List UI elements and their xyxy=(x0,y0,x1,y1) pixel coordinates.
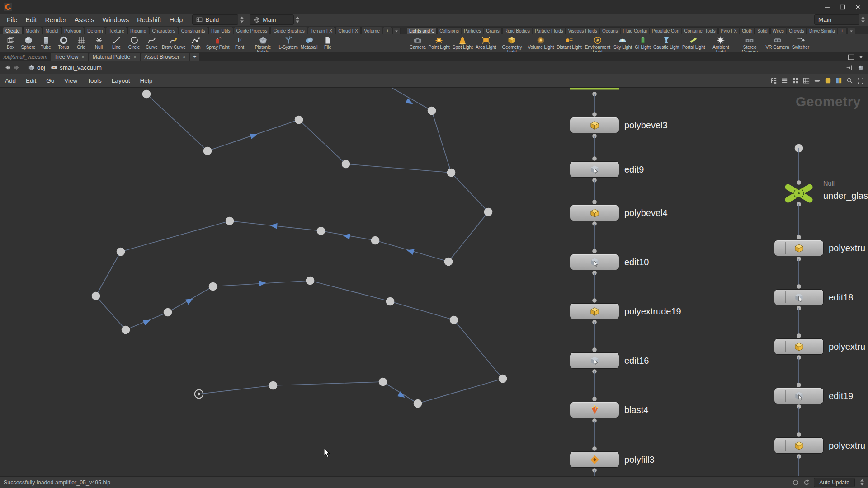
shelf-add-tab-button[interactable]: + xyxy=(838,27,847,34)
shelf-tool-line[interactable]: Line xyxy=(108,35,125,50)
table-view-icon[interactable] xyxy=(802,77,810,84)
shelf-tab-deform[interactable]: Deform xyxy=(85,27,105,34)
recook-button[interactable] xyxy=(803,479,810,486)
shelf-tool-sky-light[interactable]: Sky Light xyxy=(612,35,633,50)
close-button[interactable] xyxy=(851,1,864,12)
pane-menu-icon[interactable] xyxy=(858,54,864,61)
node-connector-dot[interactable] xyxy=(592,200,597,204)
pane-tab-tree-view[interactable]: Tree View× xyxy=(51,53,88,61)
shelf-tool-sphere[interactable]: Sphere xyxy=(19,35,37,50)
shelf-tool-volume-light[interactable]: Volume Light xyxy=(526,35,555,50)
shelf-tool-switcher[interactable]: Switcher xyxy=(791,35,811,50)
link-pane-icon[interactable] xyxy=(857,64,864,71)
shelf-tab-modify[interactable]: Modify xyxy=(23,27,42,34)
shelf-tab-texture[interactable]: Texture xyxy=(106,27,127,34)
auto-update-selector[interactable]: Auto Update xyxy=(814,478,855,487)
shelf-tool-camera[interactable]: Camera xyxy=(408,35,427,50)
node-connector-dot[interactable] xyxy=(592,347,597,352)
network-dot[interactable] xyxy=(371,236,380,245)
menu-render[interactable]: Render xyxy=(41,16,71,23)
network-dot[interactable] xyxy=(269,381,278,390)
network-dot[interactable] xyxy=(92,292,100,300)
network-dot[interactable] xyxy=(499,375,507,383)
shelf-tab-particle-fluids[interactable]: Particle Fluids xyxy=(533,27,566,34)
split-pane-icon[interactable] xyxy=(848,54,854,61)
shelf-tab-rigid-bodies[interactable]: Rigid Bodies xyxy=(502,27,532,34)
shelf-tool-null[interactable]: Null xyxy=(90,35,108,50)
shelf-tab-lights-and-c[interactable]: Lights and C xyxy=(407,27,437,34)
shelf-tool-curve[interactable]: Curve xyxy=(143,35,160,50)
node-connector-dot[interactable] xyxy=(797,383,801,387)
auto-update-spinner[interactable] xyxy=(860,479,864,486)
network-dot[interactable] xyxy=(447,169,456,177)
node-connector-dot[interactable] xyxy=(592,156,597,161)
shelf-tool-gi-light[interactable]: GI Light xyxy=(633,35,652,50)
shelf-tab-grains[interactable]: Grains xyxy=(484,27,501,34)
new-pane-tab-button[interactable]: + xyxy=(190,53,199,61)
network-dot[interactable] xyxy=(484,208,493,216)
network-editor[interactable]: Geometry polybevel3edit9polybevel4edit10… xyxy=(0,88,868,476)
menu-redshift[interactable]: Redshift xyxy=(133,16,165,23)
shelf-tab-populate-con[interactable]: Populate Con xyxy=(650,27,682,34)
network-dot[interactable] xyxy=(295,116,303,124)
node-connector-dot[interactable] xyxy=(797,284,801,289)
node-connector-dot[interactable] xyxy=(797,235,801,239)
node-connector-dot[interactable] xyxy=(592,397,597,401)
desktop-selector[interactable]: Build xyxy=(192,14,238,25)
shelf-tool-tube[interactable]: Tube xyxy=(37,35,55,50)
network-menu-help[interactable]: Help xyxy=(135,77,157,84)
shelf-tab-model[interactable]: Model xyxy=(42,27,61,34)
node-shape-icon[interactable] xyxy=(813,77,821,84)
network-dot[interactable] xyxy=(317,227,326,235)
maximize-button[interactable] xyxy=(835,1,849,12)
network-menu-view[interactable]: View xyxy=(59,77,82,84)
network-node-edit16[interactable] xyxy=(570,353,619,368)
breadcrumb-small-vaccuum[interactable]: small_vaccuum xyxy=(51,64,102,71)
network-dot[interactable] xyxy=(203,147,212,155)
shelf-tab-particles[interactable]: Particles xyxy=(462,27,483,34)
shelf-tab-viscous-fluids[interactable]: Viscous Fluids xyxy=(566,27,599,34)
network-dot[interactable] xyxy=(386,297,395,306)
shelf-tool-draw-curve[interactable]: Draw Curve xyxy=(160,35,187,50)
shelf-tool-torus[interactable]: Torus xyxy=(55,35,72,50)
node-connector-dot[interactable] xyxy=(797,432,801,437)
shelf-tab-solid[interactable]: Solid xyxy=(755,27,769,34)
network-dot[interactable] xyxy=(428,107,436,115)
network-dot[interactable] xyxy=(379,378,387,386)
network-dot[interactable] xyxy=(209,282,217,291)
desktop-spinner[interactable] xyxy=(240,16,244,23)
shelf-tab-wires[interactable]: Wires xyxy=(770,27,787,34)
shelf-tool-spot-light[interactable]: Spot Light xyxy=(451,35,474,50)
network-menu-layout[interactable]: Layout xyxy=(107,77,135,84)
network-menu-tools[interactable]: Tools xyxy=(82,77,107,84)
node-connector-dot[interactable] xyxy=(592,446,597,451)
network-node-polyextru[interactable] xyxy=(774,339,823,354)
network-node-edit9[interactable] xyxy=(570,162,619,177)
network-dot[interactable] xyxy=(306,277,315,285)
shelf-tab-characters[interactable]: Characters xyxy=(150,27,178,34)
network-dot[interactable] xyxy=(444,258,453,266)
network-dot[interactable] xyxy=(450,316,458,324)
shelf-tab-overflow-button[interactable] xyxy=(847,28,855,34)
network-menu-go[interactable]: Go xyxy=(41,77,59,84)
list-view-icon[interactable] xyxy=(781,77,788,84)
frame-all-icon[interactable] xyxy=(857,77,864,84)
shelf-tab-collisions[interactable]: Collisions xyxy=(437,27,461,34)
shelf-tool-spray-paint[interactable]: Spray Paint xyxy=(205,35,231,50)
grid-view-icon[interactable] xyxy=(792,77,799,84)
shelf-tab-guide-process[interactable]: Guide Process xyxy=(234,27,270,34)
network-node-under-glas[interactable] xyxy=(784,183,813,203)
shelf-tool-vr-camera[interactable]: VR Camera xyxy=(764,35,790,50)
shelf-tool-font[interactable]: FFont xyxy=(231,35,249,50)
network-dot[interactable] xyxy=(117,248,125,256)
shelf-tab-drive-simula[interactable]: Drive Simula xyxy=(807,27,837,34)
network-node-edit19[interactable] xyxy=(774,388,823,404)
network-node-polyfill3[interactable] xyxy=(570,452,619,467)
network-node-polybevel3[interactable] xyxy=(570,117,619,133)
network-menu-edit[interactable]: Edit xyxy=(21,77,41,84)
tree-view-icon[interactable] xyxy=(770,77,778,84)
network-node-polybevel4[interactable] xyxy=(570,205,619,221)
shelf-tab-guide-brushes[interactable]: Guide Brushes xyxy=(270,27,307,34)
shelf-tab-pyro-fx[interactable]: Pyro FX xyxy=(718,27,739,34)
shelf-tab-terrain-fx[interactable]: Terrain FX xyxy=(308,27,335,34)
